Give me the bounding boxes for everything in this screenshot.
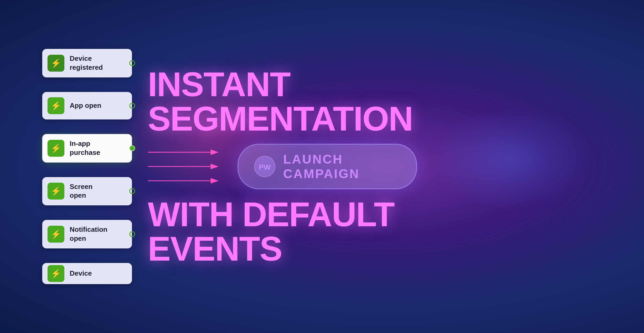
lightning-icon-3: ⚡ (51, 144, 61, 152)
headline-events: EVENTS (148, 232, 644, 266)
arrow-2 (148, 162, 222, 171)
headline-segmentation: SEGMENTATION (148, 101, 644, 136)
center-right-section: INSTANT SEGMENTATION (132, 0, 644, 333)
event-icon-notification: ⚡ (48, 226, 64, 243)
pw-logo-svg: PW (258, 160, 272, 173)
launch-label: LAUNCH CAMPAIGN (283, 152, 400, 181)
lightning-icon: ⚡ (51, 59, 61, 67)
launch-campaign-button[interactable]: PW LAUNCH CAMPAIGN (238, 144, 417, 189)
event-card-device-registered: ⚡ Device registered (42, 49, 132, 77)
connector-dot-notification (129, 231, 135, 237)
lightning-icon-5: ⚡ (51, 230, 61, 238)
event-icon-device-registered: ⚡ (48, 55, 64, 72)
event-card-app-open: ⚡ App open (42, 92, 132, 119)
event-label-screen-1: Screen (70, 182, 93, 191)
lightning-icon-2: ⚡ (51, 101, 61, 110)
event-label-screen-2: open (70, 191, 93, 200)
middle-row: PW LAUNCH CAMPAIGN (148, 144, 644, 189)
event-label-partial: Device (70, 269, 92, 278)
top-headline: INSTANT SEGMENTATION (148, 67, 644, 136)
connector-dot-device-registered (129, 60, 135, 66)
headline-with-default: WITH DEFAULT (148, 197, 644, 232)
lightning-icon-4: ⚡ (51, 187, 61, 195)
event-icon-screen: ⚡ (48, 183, 64, 200)
event-label-app-open: App open (70, 101, 101, 110)
arrow-1 (148, 147, 222, 157)
event-label-notification-2: open (70, 234, 107, 243)
event-label-dr-1: Device (70, 54, 103, 63)
connector-dot-screen (129, 188, 135, 194)
page-layout: ⚡ Device registered ⚡ App open ⚡ In-app … (0, 0, 644, 333)
event-icon-app-open: ⚡ (48, 97, 64, 114)
svg-text:PW: PW (259, 163, 271, 171)
headline-instant: INSTANT (148, 67, 644, 101)
pw-logo: PW (254, 156, 275, 177)
events-list: ⚡ Device registered ⚡ App open ⚡ In-app … (0, 0, 132, 333)
event-label-dr-2: registered (70, 63, 103, 72)
lightning-icon-6: ⚡ (51, 269, 61, 278)
event-label-notification-1: Notification (70, 225, 107, 234)
event-label-in-app-1: In-app (70, 139, 100, 148)
event-icon-partial: ⚡ (48, 265, 64, 282)
event-card-notification-open: ⚡ Notification open (42, 220, 132, 248)
event-card-screen-open: ⚡ Screen open (42, 177, 132, 206)
connector-dot-app-open (129, 103, 135, 109)
event-icon-in-app: ⚡ (48, 140, 64, 157)
connector-dot-in-app (129, 145, 135, 151)
arrow-3 (148, 176, 222, 186)
event-card-partial: ⚡ Device (42, 263, 132, 284)
event-label-in-app-2: purchase (70, 148, 100, 157)
event-card-in-app-purchase: ⚡ In-app purchase (42, 134, 132, 163)
bottom-headline: WITH DEFAULT EVENTS (148, 197, 644, 266)
arrows-group (148, 147, 222, 186)
